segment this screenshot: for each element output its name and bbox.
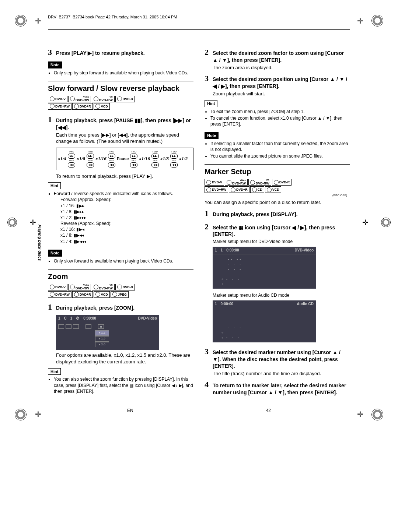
speed-cell: FWD▶▶REV◀◀ [87, 150, 94, 168]
step-number: 2 [205, 47, 213, 58]
disc-badge: DVD+RW [205, 186, 228, 193]
hint-badge: Hint [205, 100, 217, 107]
osd-mode: DVD-Video [295, 248, 314, 253]
disc-icon [50, 285, 55, 289]
speed-cell: FWD▶▶REV◀◀ [151, 150, 159, 168]
crosshair-icon: ✛ [33, 16, 43, 26]
disc-icon [117, 285, 122, 289]
speed-label: x1/4 [58, 155, 66, 162]
disc-badge: VideoDVD-RW [225, 179, 248, 186]
marker-osd-cd-panel: 1 0:00:00 Audio CD - - - - - - - - - - -… [213, 300, 316, 342]
osd-value: 1 [70, 316, 73, 321]
speed-item: x1 / 8: ▮▶▸▸ [60, 209, 193, 215]
disc-badge: VideoDVD-RW [68, 96, 91, 102]
osd-small-icon [85, 324, 91, 329]
disc-icon [74, 292, 79, 297]
disc-badge: VRDVD-RW [248, 179, 271, 186]
speed-cell: FWD▶▶REV◀◀ [108, 150, 115, 168]
speed-label: x1/16 [139, 155, 150, 162]
page-footer: EN 42 [33, 397, 365, 413]
marker-row: - - - [221, 271, 314, 276]
speed-cell: FWD▶▶REV◀◀ [170, 150, 178, 168]
section-rule [48, 269, 193, 269]
pause-label: Pause [117, 156, 129, 162]
disc-icon [206, 187, 211, 192]
fwd-button-icon: ▶▶ [151, 154, 159, 159]
marker-row: - - - [221, 315, 314, 320]
disc-format-row: DVD-V VideoDVD-RW VRDVD-RW DVD-R [48, 284, 193, 290]
fwd-label: Forward (Approx. Speed): [60, 197, 193, 202]
marker-osd-dvd-panel: 1 1 0:00:00 DVD-Video -- -- - - - - - - … [213, 247, 316, 289]
step-text: Select the desired zoom factor to zoom u… [213, 50, 350, 64]
disc-icon [95, 104, 100, 109]
registration-mark-icon [371, 409, 383, 420]
disc-icon [267, 187, 272, 192]
note-badge: Note [48, 250, 62, 257]
note-item: You cannot slide the zoomed picture on s… [210, 153, 350, 159]
disc-icon [94, 96, 98, 101]
disc-badge: DVD-V [205, 179, 224, 186]
crosshair-icon: ✛ [28, 218, 38, 227]
fwd-button-icon: ▶▶ [170, 154, 178, 159]
disc-badge: JPEG [111, 291, 129, 298]
step-number: 3 [48, 47, 56, 58]
step-text: Select the desired zoom position using [… [213, 76, 350, 90]
note-item: Only step by step forward is available w… [54, 70, 193, 76]
hint-item: To exit the zoom menu, press [ZOOM] at s… [210, 109, 350, 114]
disc-format-row: DVD-V VideoDVD-RW VRDVD-RW DVD-R [205, 179, 350, 186]
step-body: Four options are available, x1.0, x1.2, … [56, 352, 193, 365]
disc-icon [206, 180, 211, 185]
hint-item: To cancel the zoom function, select x1.0… [210, 115, 350, 127]
osd-value: 1 [221, 248, 223, 253]
note-badge: Note [48, 61, 62, 68]
osd-value: 1 [58, 316, 60, 321]
side-tab-label: Playing back discs [38, 225, 42, 261]
marker-row: - - - [221, 267, 314, 272]
osd-value: ⏱ [76, 316, 80, 321]
disc-format-row: DVD+RW DVD+R CD VCD [205, 186, 350, 193]
hint-badge: Hint [48, 182, 61, 189]
left-column: 3 Press [PLAY ▶] to resume playback. Not… [48, 45, 193, 397]
crosshair-icon: ✛ [360, 218, 370, 227]
disc-badge: DVD+R [72, 103, 93, 110]
star-icon: ☆ [221, 330, 224, 335]
disc-icon [74, 104, 79, 109]
section-title-slow: Slow forward / Slow reverse playback [48, 84, 193, 94]
crosshair-icon: ✛ [355, 409, 365, 419]
fwd-button-icon: ▶▶ [108, 154, 115, 159]
section-rule [48, 81, 193, 81]
marker-row: - - - [221, 325, 314, 330]
disc-format-row: DVD-V VideoDVD-RW VRDVD-RW DVD-R [48, 96, 193, 102]
step-number: 4 [205, 379, 213, 390]
step-number: 3 [205, 346, 213, 357]
disc-badge: CD [250, 186, 264, 193]
speed-label: x1/2 [179, 155, 188, 162]
disc-format-row: DVD+RW DVD+R VCD JPEG [48, 291, 193, 298]
disc-icon [94, 285, 98, 289]
marker-row: ☆- - - [221, 330, 314, 335]
registration-mark-icon [381, 218, 391, 227]
disc-badge: DVD+R [229, 186, 249, 193]
section-title-zoom: Zoom [48, 272, 193, 282]
disc-icon [112, 292, 117, 297]
step-text: Select the ▦ icon using [Cursor ◀ / ▶], … [213, 224, 350, 238]
osd-small-icon [58, 324, 64, 329]
step-body: The zoom area is displayed. [213, 64, 350, 71]
marker-row: -- -- [221, 257, 314, 262]
speed-item: x1 / 8: ▮▶◂◂ [60, 232, 193, 238]
pbc-off-label: (PBC OFF) [205, 194, 350, 198]
rev-button-icon: ◀◀ [108, 162, 115, 168]
step-number: 1 [205, 208, 213, 219]
rev-button-icon: ◀◀ [68, 162, 75, 168]
crosshair-icon: ✛ [33, 409, 43, 419]
step-body: The title (track) number and the time ar… [213, 370, 350, 377]
hint-item: You can also select the zoom function by… [54, 376, 193, 394]
registration-mark-icon [15, 409, 27, 420]
speed-cell: FWD▶▶REV◀◀ [130, 150, 137, 168]
star-icon: ☆ [221, 277, 224, 281]
disc-icon [227, 180, 231, 185]
speed-cell: FWD▶▶REV◀◀ [68, 150, 75, 168]
marker-intro: You can assign a specific point on a dis… [205, 199, 350, 206]
hint-badge: Hint [48, 368, 61, 375]
rev-button-icon: ◀◀ [130, 162, 137, 168]
